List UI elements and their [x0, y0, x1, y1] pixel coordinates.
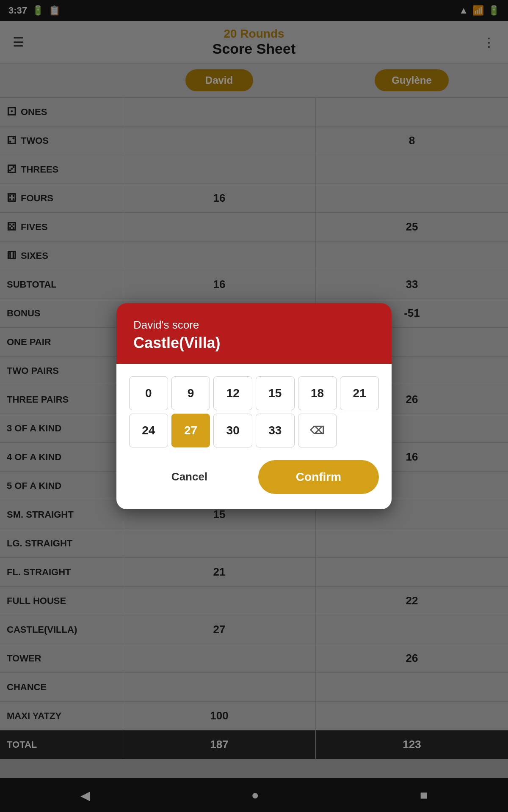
number-option[interactable]: 30 [213, 414, 252, 447]
dialog-header: David's score Castle(Villa) [116, 303, 392, 364]
number-option[interactable]: 15 [256, 376, 295, 410]
dialog-body: 091215182124273033⌫ Cancel Confirm [116, 364, 392, 509]
confirm-button[interactable]: Confirm [258, 460, 379, 494]
cancel-button[interactable]: Cancel [129, 460, 250, 494]
dialog-overlay: David's score Castle(Villa) 091215182124… [0, 0, 508, 812]
number-option[interactable]: 33 [256, 414, 295, 447]
number-option[interactable]: 27 [171, 414, 210, 447]
number-grid: 091215182124273033⌫ [129, 376, 379, 447]
dialog-title: Castle(Villa) [133, 334, 375, 352]
number-option[interactable]: 21 [340, 376, 379, 410]
number-option[interactable]: 12 [213, 376, 252, 410]
dialog-subtitle: David's score [133, 318, 375, 332]
number-option[interactable]: 9 [171, 376, 210, 410]
empty-cell [340, 414, 379, 447]
number-option[interactable]: 18 [298, 376, 337, 410]
backspace-button[interactable]: ⌫ [298, 414, 337, 447]
dialog-actions: Cancel Confirm [129, 460, 379, 494]
number-option[interactable]: 0 [129, 376, 168, 410]
number-option[interactable]: 24 [129, 414, 168, 447]
score-dialog: David's score Castle(Villa) 091215182124… [116, 303, 392, 509]
